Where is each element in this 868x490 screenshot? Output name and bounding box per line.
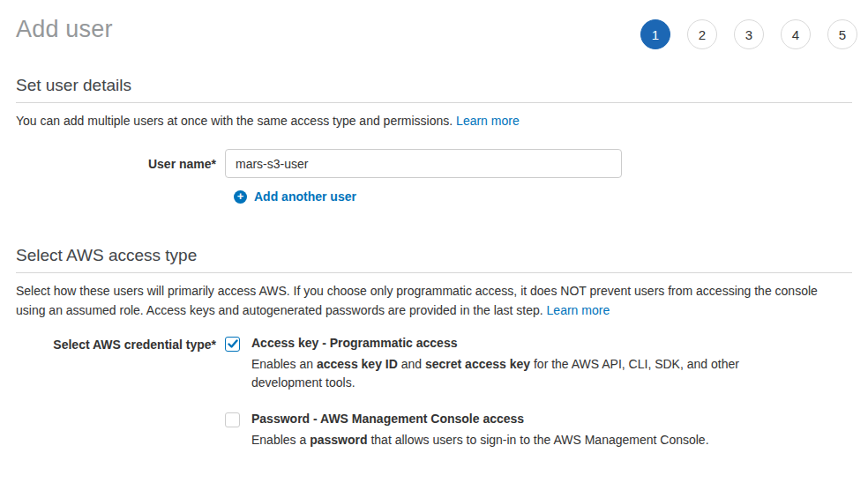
password-option-desc: Enables a password that allows users to … <box>251 431 709 449</box>
add-user-wizard-page: Add user 1 2 3 4 5 Set user details You … <box>0 0 868 490</box>
section-divider <box>16 102 852 103</box>
access-type-intro: Select how these users will primarily ac… <box>16 281 852 320</box>
access-key-checkbox[interactable] <box>225 337 240 352</box>
credential-options: Access key - Programmatic access Enables… <box>225 336 852 469</box>
add-another-user-button[interactable]: + Add another user <box>234 189 356 204</box>
credential-type-form-row: Select AWS credential type* Access key -… <box>16 336 852 469</box>
plus-circle-icon: + <box>234 190 247 204</box>
access-key-option: Access key - Programmatic access Enables… <box>225 336 852 392</box>
step-indicator-3: 3 <box>734 19 764 49</box>
page-header: Add user 1 2 3 4 5 <box>0 0 868 49</box>
wizard-step-indicator: 1 2 3 4 5 <box>640 19 857 49</box>
access-key-option-desc: Enables an access key ID and secret acce… <box>251 355 744 392</box>
desc-text: Enables an <box>251 357 317 371</box>
desc-bold: access key ID <box>317 357 398 371</box>
select-access-type-heading: Select AWS access type <box>16 246 852 265</box>
set-user-details-section: Set user details You can add multiple us… <box>16 76 852 204</box>
desc-text: and <box>398 357 425 371</box>
access-key-option-text: Access key - Programmatic access Enables… <box>251 336 744 392</box>
set-user-details-heading: Set user details <box>16 76 852 95</box>
step-indicator-2: 2 <box>687 19 717 49</box>
access-type-intro-text: Select how these users will primarily ac… <box>16 284 818 317</box>
select-access-type-section: Select AWS access type Select how these … <box>16 246 852 469</box>
password-option: Password - AWS Management Console access… <box>225 412 852 449</box>
section-divider <box>16 272 852 273</box>
access-key-option-title: Access key - Programmatic access <box>251 336 744 351</box>
username-label: User name* <box>16 157 225 171</box>
desc-text: that allows users to sign-in to the AWS … <box>368 433 709 447</box>
step-indicator-5: 5 <box>827 19 857 49</box>
user-details-intro-text: You can add multiple users at once with … <box>16 114 456 128</box>
step-indicator-4: 4 <box>781 19 811 49</box>
page-title: Add user <box>16 16 113 43</box>
learn-more-link-access-type[interactable]: Learn more <box>547 303 610 317</box>
password-option-text: Password - AWS Management Console access… <box>251 412 709 449</box>
desc-text: Enables a <box>251 433 310 447</box>
checkmark-icon <box>228 339 238 349</box>
desc-bold: secret access key <box>425 357 530 371</box>
learn-more-link-user-details[interactable]: Learn more <box>456 114 520 128</box>
add-another-user-label: Add another user <box>254 189 356 204</box>
add-another-user-row: + Add another user <box>234 188 852 204</box>
credential-type-label: Select AWS credential type* <box>16 336 225 352</box>
password-option-title: Password - AWS Management Console access <box>251 412 709 427</box>
password-checkbox[interactable] <box>225 412 240 427</box>
step-indicator-1: 1 <box>640 19 670 49</box>
desc-bold: password <box>310 433 367 447</box>
username-form-row: User name* <box>16 149 852 178</box>
user-details-intro: You can add multiple users at once with … <box>16 111 852 130</box>
username-input[interactable] <box>225 149 622 178</box>
